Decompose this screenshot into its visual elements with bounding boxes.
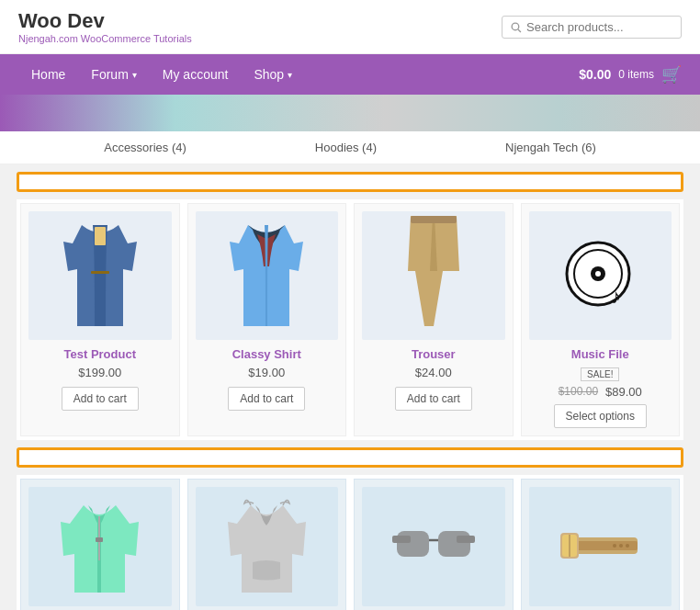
product-image-hoodie-pocket (196, 487, 339, 606)
product-card-hoodie-pocket: Hoodie with Pocket SALE! (187, 479, 347, 610)
nav-item-forum[interactable]: Forum ▾ (78, 54, 149, 95)
svg-point-23 (619, 544, 623, 548)
product-image-trouser (362, 211, 505, 340)
music-icon: ♪ (563, 239, 637, 312)
svg-rect-15 (438, 531, 470, 557)
nav-left: Home Forum ▾ My account Shop ▾ (18, 54, 305, 95)
product-card-music-file: ♪ Music File SALE! $100.00 $89.00 Select… (521, 203, 681, 436)
nav-home-label: Home (31, 67, 65, 82)
svg-rect-11 (96, 537, 103, 542)
product-name-music-file[interactable]: Music File (529, 347, 672, 361)
category-item-hoodies[interactable]: Hoodies (4) (251, 131, 441, 164)
site-nav: Home Forum ▾ My account Shop ▾ $0.00 0 i… (0, 54, 700, 95)
nav-shop-label: Shop (254, 67, 284, 82)
nav-forum-label: Forum (91, 67, 128, 82)
product-image-test-product (28, 211, 172, 340)
svg-line-1 (518, 28, 521, 31)
svg-text:♪: ♪ (611, 285, 621, 308)
products-grid-row1: Test Product $199.00 Add to cart Classy … (17, 199, 683, 440)
product-price-trouser: $24.00 (362, 366, 505, 379)
svg-rect-14 (397, 531, 429, 557)
trouser-image (406, 216, 461, 335)
product-price-test-product: $199.00 (28, 366, 172, 379)
svg-rect-4 (411, 216, 457, 223)
search-input[interactable] (526, 20, 673, 34)
nav-item-shop[interactable]: Shop ▾ (241, 54, 305, 95)
price-old: $100.00 (559, 385, 598, 399)
products-grid-row2: Hoodie with Zipper $45.00 Hoodie with Po… (17, 475, 683, 610)
shirt-image-2 (230, 216, 303, 335)
product-name-test-product[interactable]: Test Product (28, 347, 172, 361)
svg-point-22 (626, 544, 629, 548)
product-card-belt: Belt SALE! (521, 479, 681, 610)
category-item-njengah-tech[interactable]: Njengah Tech (6) (441, 131, 660, 164)
site-title: Woo Dev (18, 9, 192, 33)
add-to-cart-trouser[interactable]: Add to cart (395, 387, 472, 411)
add-to-cart-classy-shirt[interactable]: Add to cart (228, 387, 305, 411)
sale-badge-music-file: SALE! (581, 367, 619, 381)
search-wrap (502, 16, 682, 39)
product-image-music-file: ♪ (529, 211, 672, 340)
shirt-image-1 (63, 216, 137, 335)
site-subtitle: Njengah.com WooCommerce Tutorials (18, 33, 192, 44)
cart-icon: 🛒 (661, 64, 682, 85)
orange-banner-top (17, 172, 683, 192)
chevron-down-icon-shop: ▾ (288, 70, 292, 80)
product-card-trouser: Trouser $24.00 Add to cart (354, 203, 514, 436)
product-image-hoodie-zipper (28, 487, 172, 606)
belt-image (559, 524, 641, 570)
product-image-belt (529, 487, 672, 606)
product-card-classy-shirt: Classy Shirt $19.00 Add to cart (187, 203, 347, 436)
svg-point-8 (595, 271, 601, 277)
chevron-down-icon: ▾ (132, 70, 137, 80)
top-image-strip (0, 95, 700, 131)
hoodie-pocket-image (228, 496, 306, 597)
category-bar: Accessories (4) Hoodies (4) Njengah Tech… (0, 131, 700, 164)
price-new: $89.00 (605, 385, 642, 399)
svg-rect-2 (91, 271, 109, 274)
product-price-classy-shirt: $19.00 (196, 366, 339, 379)
search-icon (510, 21, 522, 33)
product-name-trouser[interactable]: Trouser (362, 347, 505, 361)
orange-banner-bottom (17, 447, 683, 468)
product-card-hoodie-zipper: Hoodie with Zipper $45.00 (20, 479, 180, 610)
nav-item-myaccount[interactable]: My account (150, 54, 242, 95)
svg-point-24 (613, 544, 616, 548)
cart-total: $0.00 (579, 67, 611, 82)
hoodie-zipper-image (61, 496, 139, 597)
product-card-sunglasses: Sunglasses $90.00 (354, 479, 514, 610)
site-branding: Woo Dev Njengah.com WooCommerce Tutorial… (18, 9, 192, 44)
product-image-classy-shirt (196, 211, 339, 340)
cart-items-count: 0 items (618, 68, 654, 81)
product-image-sunglasses (362, 487, 505, 606)
product-price-old-music: $100.00 $89.00 (529, 385, 672, 399)
svg-point-0 (512, 23, 519, 30)
add-to-cart-test-product[interactable]: Add to cart (62, 387, 139, 411)
category-item-accessories[interactable]: Accessories (4) (40, 131, 251, 164)
nav-myaccount-label: My account (163, 67, 229, 82)
select-options-music-file[interactable]: Select options (554, 404, 647, 428)
site-header: Woo Dev Njengah.com WooCommerce Tutorial… (0, 0, 700, 54)
product-card-test-product: Test Product $199.00 Add to cart (20, 203, 180, 436)
sunglasses-image (392, 526, 475, 568)
product-name-classy-shirt[interactable]: Classy Shirt (196, 347, 339, 361)
nav-item-home[interactable]: Home (18, 54, 78, 95)
nav-cart[interactable]: $0.00 0 items 🛒 (579, 64, 682, 85)
svg-rect-3 (95, 227, 106, 245)
